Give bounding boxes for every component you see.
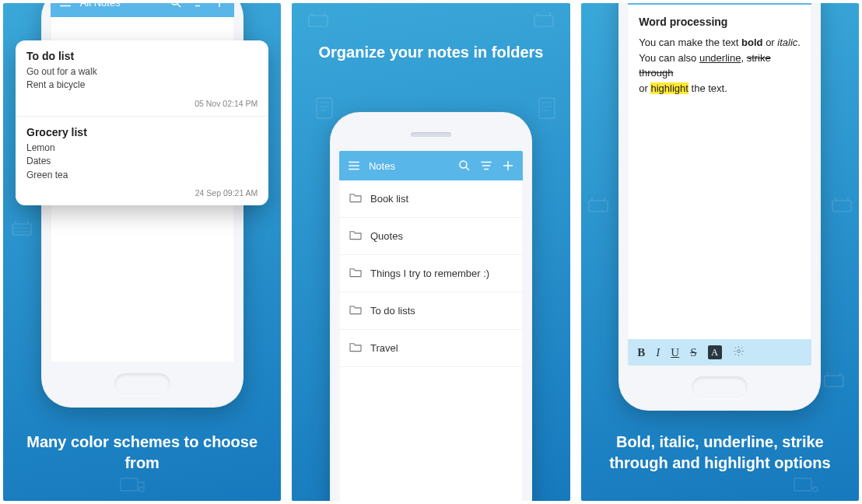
phone-mockup: Notes Book list Quotes (330, 112, 532, 501)
menu-icon[interactable] (58, 3, 72, 9)
svg-rect-11 (825, 376, 843, 387)
folder-row[interactable]: To do lists (339, 292, 523, 330)
folder-row[interactable]: Book list (339, 180, 523, 218)
doc-title: Word processing (639, 14, 801, 30)
app-toolbar: All Notes (51, 3, 234, 17)
search-icon[interactable] (457, 159, 471, 173)
home-button[interactable] (692, 376, 748, 398)
svg-rect-4 (309, 16, 328, 26)
svg-point-16 (737, 349, 740, 352)
phone-mockup: W Word processing You can make the text … (618, 3, 821, 411)
note-timestamp: 05 Nov 02:14 PM (26, 99, 258, 108)
doc-body: You can make the text bold or italic. Yo… (639, 35, 801, 96)
highlight-button[interactable]: A (708, 345, 722, 359)
strike-button[interactable]: S (690, 346, 696, 359)
promo-panel-3: W Word processing You can make the text … (581, 3, 859, 501)
promo-panel-1: All Notes To do list Go out for a walk R… (3, 3, 281, 501)
folder-icon (349, 267, 363, 280)
note-title: Grocery list (26, 126, 258, 138)
note-item[interactable]: Grocery list Lemon Dates Green tea 24 Se… (16, 117, 268, 205)
svg-rect-12 (794, 478, 811, 491)
svg-point-3 (171, 3, 178, 5)
phone-speaker (411, 132, 451, 137)
toolbar-title: Notes (369, 160, 450, 172)
svg-rect-7 (539, 98, 555, 118)
note-body: Go out for a walk Rent a bicycle (26, 65, 258, 93)
folder-row[interactable]: Quotes (339, 218, 523, 255)
panel-caption: Organize your notes in folders (292, 42, 569, 63)
svg-rect-0 (12, 224, 31, 235)
format-toolbar: B I U S A (628, 339, 811, 366)
folder-icon (349, 304, 363, 317)
menu-icon[interactable] (347, 159, 361, 173)
folder-name: Things I try to remember :) (370, 268, 489, 279)
folder-name: Travel (370, 342, 398, 354)
note-body: Lemon Dates Green tea (26, 142, 258, 182)
app-toolbar: Notes (339, 151, 523, 180)
phone-screen: W Word processing You can make the text … (628, 3, 811, 366)
home-button[interactable] (114, 373, 170, 395)
search-icon[interactable] (169, 3, 183, 9)
svg-rect-6 (317, 98, 332, 118)
folder-icon (349, 229, 363, 243)
folder-list: Book list Quotes Things I try to remembe… (339, 180, 523, 367)
notes-card: To do list Go out for a walk Rent a bicy… (16, 40, 268, 205)
add-icon[interactable] (212, 3, 226, 9)
note-timestamp: 24 Sep 09:21 AM (26, 188, 258, 198)
add-icon[interactable] (501, 159, 515, 173)
svg-rect-10 (832, 201, 851, 212)
svg-point-13 (813, 487, 818, 492)
folder-name: To do lists (370, 305, 415, 317)
gear-icon[interactable] (733, 345, 745, 360)
italic-button[interactable]: I (656, 346, 660, 359)
folder-name: Book list (370, 193, 408, 205)
promo-panel-2: Organize your notes in folders Notes (292, 3, 569, 501)
folder-row[interactable]: Travel (339, 330, 523, 367)
svg-rect-1 (121, 478, 138, 491)
svg-rect-5 (534, 16, 553, 26)
sort-icon[interactable] (191, 3, 205, 9)
panel-caption: Many color schemes to choose from (3, 432, 281, 474)
folder-name: Quotes (370, 230, 403, 242)
svg-point-8 (460, 161, 467, 168)
folder-row[interactable]: Things I try to remember :) (339, 255, 523, 292)
note-document[interactable]: Word processing You can make the text bo… (628, 5, 811, 339)
svg-rect-9 (589, 201, 608, 212)
svg-point-2 (139, 487, 144, 492)
panel-caption: Bold, italic, underline, strike through … (581, 432, 859, 474)
phone-screen: Notes Book list Quotes (339, 151, 523, 501)
toolbar-title: All Notes (80, 3, 161, 9)
bold-button[interactable]: B (637, 346, 645, 359)
note-item[interactable]: To do list Go out for a walk Rent a bicy… (16, 40, 268, 117)
folder-icon (349, 341, 363, 355)
underline-button[interactable]: U (671, 346, 679, 359)
folder-icon (349, 192, 363, 205)
note-title: To do list (26, 50, 258, 62)
sort-icon[interactable] (479, 159, 493, 173)
